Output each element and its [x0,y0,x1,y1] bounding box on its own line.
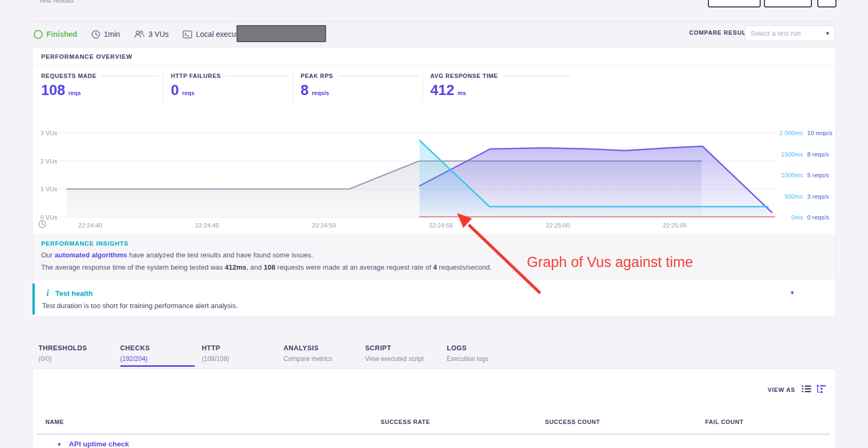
status-finished: Finished [34,30,77,39]
svg-text:22:24:55: 22:24:55 [429,222,453,229]
automated-algorithms-link[interactable]: automated algorithms [54,251,127,259]
column-header-name: NAME [45,419,64,425]
info-icon: i [46,288,49,298]
metric-label: AVG RESPONSE TIME [430,73,498,79]
column-header-success-rate: SUCCESS RATE [381,419,430,425]
metric-requests-made: REQUESTS MADE 108reqs [41,73,160,105]
insights-line-1: Our automated algorithms have analyzed t… [41,251,835,259]
svg-text:2 VUs: 2 VUs [41,158,58,164]
svg-text:1 VUs: 1 VUs [41,186,58,192]
annotation-text: Graph of Vus against time [527,254,693,271]
svg-text:1500ms: 1500ms [781,151,803,158]
performance-overview-panel: PERFORMANCE OVERVIEW REQUESTS MADE 108re… [32,47,836,317]
metric-separator [163,73,163,104]
page-title: Test results [38,0,74,4]
view-as-label: VIEW AS [768,387,795,393]
metric-unit: reqs/s [312,90,329,96]
chevron-down-icon[interactable]: ▾ [791,289,794,296]
metric-label: PEAK RPS [301,73,333,79]
tab-analysis[interactable]: ANALYSISCompare metrics [283,344,364,363]
svg-text:1000ms: 1000ms [781,172,803,178]
performance-insights-title: PERFORMANCE INSIGHTS [41,240,835,247]
view-tree-icon[interactable] [816,384,827,396]
compare-result-select[interactable]: Select a test run ▾ [745,25,835,41]
status-duration: 1min [91,30,120,39]
chevron-down-icon: ▾ [826,30,829,37]
test-health-body: Test duration is too short for training … [42,302,835,310]
compare-select-placeholder: Select a test run [751,29,801,37]
tab-thresholds[interactable]: THRESHOLDS(0/0) [38,344,119,363]
performance-overview-title: PERFORMANCE OVERVIEW [41,53,132,60]
svg-text:3 reqs/s: 3 reqs/s [807,193,829,200]
column-header-fail-count: FAIL COUNT [705,419,744,425]
toolbar-button-3[interactable] [817,0,837,7]
svg-text:5 reqs/s: 5 reqs/s [807,172,829,178]
metric-label: HTTP FAILURES [171,73,221,79]
svg-text:0 reqs/s: 0 reqs/s [807,214,829,221]
metric-separator [422,73,423,104]
metric-unit: reqs [182,90,194,96]
svg-text:22:24:40: 22:24:40 [78,222,102,229]
panel-divider [33,65,835,66]
metric-value: 0 [171,82,179,99]
view-list-icon[interactable] [801,384,812,396]
metric-value: 108 [41,82,65,99]
performance-insights-section: PERFORMANCE INSIGHTS Our automated algor… [33,234,835,280]
tab-http[interactable]: HTTP(108/108) [202,344,282,363]
svg-text:22:25:05: 22:25:05 [663,222,687,229]
svg-text:0 VUs: 0 VUs [41,214,58,221]
row-expand-caret[interactable]: ▼ [57,442,62,447]
redacted-username [236,25,326,42]
toolbar-button-2[interactable] [764,0,812,7]
svg-text:22:24:45: 22:24:45 [195,222,219,229]
terminal-icon [183,30,192,38]
metric-peak-rps: PEAK RPS 8reqs/s [301,73,419,105]
insights-line-2: The average response time of the system … [41,263,835,271]
tab-script[interactable]: SCRIPTView executed script [365,344,445,363]
test-health-title: Test health [55,289,92,297]
metric-value: 412 [430,82,454,99]
tab-checks[interactable]: CHECKS(192/204) [120,344,200,363]
active-tab-underline [120,365,195,367]
svg-text:8 reqs/s: 8 reqs/s [807,151,829,158]
svg-text:2 000ms: 2 000ms [779,130,803,136]
performance-chart[interactable]: 3 VUs2 VUs1 VUs0 VUs2 000ms1500ms1000ms5… [33,122,837,231]
clock-icon [91,30,100,39]
finished-circle-icon [34,30,43,39]
test-health-alert: i Test health ▾ Test duration is too sho… [33,284,835,315]
status-vus: 3 VUs [134,30,169,38]
metric-unit: ms [457,90,466,96]
metric-avg-response-time: AVG RESPONSE TIME 412ms [430,73,570,105]
metric-value: 8 [301,82,309,99]
users-icon [134,30,145,38]
svg-text:22:25:00: 22:25:00 [546,222,570,229]
svg-text:10 reqs/s: 10 reqs/s [807,130,833,136]
metric-label: REQUESTS MADE [41,73,97,79]
toolbar-button-1[interactable] [708,0,761,7]
checks-panel: VIEW AS NAME SUCCESS RATE SUCCESS COUNT … [32,368,836,448]
metric-separator [293,73,293,104]
test-health-header[interactable]: i Test health [46,288,835,298]
table-row-api-uptime-check[interactable]: API uptime check [69,440,129,448]
svg-text:3 VUs: 3 VUs [41,130,58,136]
metric-unit: reqs [68,90,81,96]
tab-logs[interactable]: LOGSExecution logs [447,344,527,363]
table-divider [37,433,830,435]
compare-result-label: COMPARE RESULT [689,29,749,36]
svg-text:0ms: 0ms [791,214,803,221]
svg-text:22:24:50: 22:24:50 [312,222,336,229]
test-results-page: Test results Finished 1min 3 VUs Local e… [0,0,868,448]
svg-text:500ms: 500ms [784,193,803,200]
top-divider [32,21,834,22]
column-header-success-count: SUCCESS COUNT [545,419,600,425]
metric-http-failures: HTTP FAILURES 0reqs [171,73,289,105]
